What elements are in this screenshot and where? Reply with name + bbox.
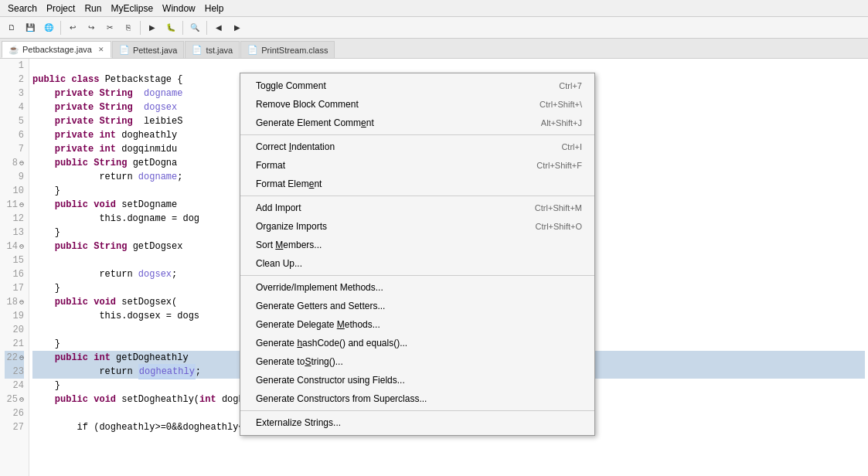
toolbar-browser[interactable]: 🌐 <box>40 19 57 36</box>
line-num-5: 5 <box>5 114 24 128</box>
menu-label-generate-hashcode: Generate hashCode() and equals()... <box>256 338 567 348</box>
menu-shortcut-correct-indentation: Ctrl+I <box>561 142 582 151</box>
tab-icon-pettest: 📄 <box>119 45 130 55</box>
menu-shortcut-add-import: Ctrl+Shift+M <box>535 203 582 212</box>
toolbar-sep-4 <box>206 21 207 35</box>
line-num-11: 11 <box>5 198 24 212</box>
toolbar-next[interactable]: ▶ <box>229 19 246 36</box>
line-num-22: 22 <box>5 351 24 365</box>
menu-label-format: Format <box>256 160 521 171</box>
toolbar-undo[interactable]: ↩ <box>64 19 81 36</box>
menu-shortcut-format: Ctrl+Shift+F <box>536 161 582 170</box>
tab-tst[interactable]: 📄 tst.java <box>185 41 240 58</box>
menu-sep-1 <box>240 134 594 135</box>
line-num-21: 21 <box>5 337 24 351</box>
line-num-2: 2 <box>5 73 24 87</box>
menu-shortcut-toggle-comment: Ctrl+7 <box>559 81 582 90</box>
tab-label-pettest: Pettest.java <box>133 46 177 55</box>
menu-label-generate-constructor-fields: Generate Constructor using Fields... <box>256 375 567 386</box>
line-num-8: 8 <box>5 156 24 170</box>
tab-label-petbackstage: Petbackstage.java <box>22 45 92 54</box>
tab-close-petbackstage[interactable]: ✕ <box>98 46 104 53</box>
menu-item-organize-imports[interactable]: Organize Imports Ctrl+Shift+O <box>240 217 594 236</box>
menu-label-generate-tostring: Generate toString()... <box>256 356 567 367</box>
line-num-17: 17 <box>5 281 24 295</box>
menu-search[interactable]: Search <box>3 2 42 15</box>
tab-petbackstage[interactable]: ☕ Petbackstage.java ✕ <box>2 41 111 58</box>
menu-item-toggle-comment[interactable]: Toggle Comment Ctrl+7 <box>240 76 594 95</box>
toolbar-run[interactable]: ▶ <box>144 19 161 36</box>
menu-item-generate-element-comment[interactable]: Generate Element Comment Alt+Shift+J <box>240 114 594 132</box>
line-num-12: 12 <box>5 212 24 226</box>
menu-item-generate-hashcode[interactable]: Generate hashCode() and equals()... <box>240 334 594 352</box>
menu-myeclipse[interactable]: MyEclipse <box>106 2 158 15</box>
menu-item-clean-up[interactable]: Clean Up... <box>240 254 594 273</box>
menu-item-override-implement[interactable]: Override/Implement Methods... <box>240 278 594 297</box>
toolbar-redo[interactable]: ↪ <box>83 19 100 36</box>
line-num-27: 27 <box>5 420 24 434</box>
menu-project[interactable]: Project <box>42 2 80 15</box>
tab-icon-printstream: 📄 <box>247 45 258 55</box>
toolbar-search[interactable]: 🔍 <box>186 19 203 36</box>
menu-item-add-import[interactable]: Add Import Ctrl+Shift+M <box>240 199 594 217</box>
menu-item-sort-members[interactable]: Sort Members... <box>240 236 594 254</box>
toolbar-sep-3 <box>182 21 183 35</box>
tabs-bar: ☕ Petbackstage.java ✕ 📄 Pettest.java 📄 t… <box>0 39 868 59</box>
menu-sep-2 <box>240 196 594 196</box>
toolbar-cut[interactable]: ✂ <box>101 19 118 36</box>
line-num-6: 6 <box>5 128 24 142</box>
menu-label-add-import: Add Import <box>256 202 519 213</box>
menu-label-toggle-comment: Toggle Comment <box>256 80 543 91</box>
menu-shortcut-generate-element-comment: Alt+Shift+J <box>541 118 582 128</box>
context-menu: Toggle Comment Ctrl+7 Remove Block Comme… <box>240 73 595 436</box>
menu-item-format-element[interactable]: Format Element <box>240 175 594 193</box>
menu-item-correct-indentation[interactable]: Correct Indentation Ctrl+I <box>240 138 594 156</box>
toolbar-prev[interactable]: ◀ <box>210 19 227 36</box>
menu-item-format[interactable]: Format Ctrl+Shift+F <box>240 156 594 175</box>
toolbar-save[interactable]: 💾 <box>22 19 39 36</box>
toolbar-copy[interactable]: ⎘ <box>120 19 137 36</box>
menu-bar: Search Project Run MyEclipse Window Help <box>0 0 868 17</box>
menu-item-generate-tostring[interactable]: Generate toString()... <box>240 352 594 371</box>
menu-item-generate-constructors-superclass[interactable]: Generate Constructors from Superclass... <box>240 389 594 408</box>
menu-label-generate-constructors-superclass: Generate Constructors from Superclass... <box>256 393 567 404</box>
menu-shortcut-organize-imports: Ctrl+Shift+O <box>535 222 582 231</box>
menu-label-correct-indentation: Correct Indentation <box>256 141 546 152</box>
menu-item-remove-block-comment[interactable]: Remove Block Comment Ctrl+Shift+\ <box>240 95 594 114</box>
code-line-1 <box>32 59 865 73</box>
tab-printstream[interactable]: 📄 PrintStream.class <box>240 41 335 58</box>
tab-icon-tst: 📄 <box>192 45 203 55</box>
line-num-25: 25 <box>5 393 24 406</box>
menu-label-override-implement: Override/Implement Methods... <box>256 282 567 293</box>
menu-sep-4 <box>240 410 594 411</box>
toolbar-new[interactable]: 🗋 <box>3 19 20 36</box>
tab-label-printstream: PrintStream.class <box>261 46 328 55</box>
line-num-23: 23 <box>5 365 24 379</box>
toolbar: 🗋 💾 🌐 ↩ ↪ ✂ ⎘ ▶ 🐛 🔍 ◀ ▶ <box>0 17 868 39</box>
menu-item-generate-getters-setters[interactable]: Generate Getters and Setters... <box>240 297 594 315</box>
line-num-18: 18 <box>5 295 24 309</box>
line-num-14: 14 <box>5 240 24 253</box>
menu-label-format-element: Format Element <box>256 178 567 189</box>
menu-window[interactable]: Window <box>158 2 200 15</box>
line-num-3: 3 <box>5 87 24 100</box>
line-num-20: 20 <box>5 323 24 337</box>
line-num-24: 24 <box>5 379 24 393</box>
menu-run[interactable]: Run <box>80 2 106 15</box>
line-num-4: 4 <box>5 100 24 114</box>
tab-label-tst: tst.java <box>206 46 233 55</box>
menu-item-generate-delegate[interactable]: Generate Delegate Methods... <box>240 315 594 334</box>
line-num-9: 9 <box>5 170 24 184</box>
menu-label-clean-up: Clean Up... <box>256 258 567 269</box>
tab-icon-petbackstage: ☕ <box>9 45 19 55</box>
menu-help[interactable]: Help <box>200 2 229 15</box>
menu-item-generate-constructor-fields[interactable]: Generate Constructor using Fields... <box>240 371 594 389</box>
menu-sep-3 <box>240 275 594 276</box>
menu-label-generate-getters-setters: Generate Getters and Setters... <box>256 301 567 311</box>
toolbar-debug[interactable]: 🐛 <box>162 19 179 36</box>
tab-pettest[interactable]: 📄 Pettest.java <box>112 41 184 58</box>
menu-item-externalize-strings[interactable]: Externalize Strings... <box>240 413 594 432</box>
line-num-26: 26 <box>5 406 24 420</box>
menu-label-externalize-strings: Externalize Strings... <box>256 417 567 428</box>
menu-label-organize-imports: Organize Imports <box>256 221 519 232</box>
